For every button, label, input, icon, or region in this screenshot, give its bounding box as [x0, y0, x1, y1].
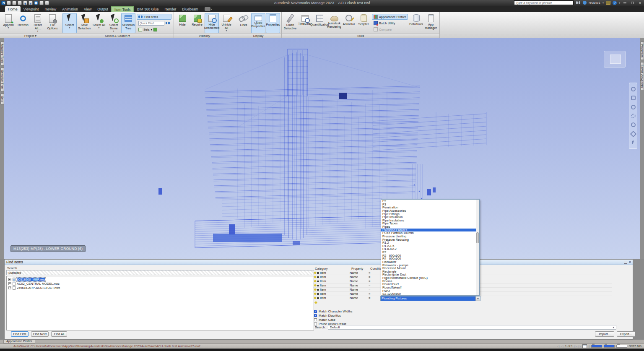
checkbox-icon[interactable]: [314, 318, 317, 321]
infocenter-search-icon[interactable]: [576, 1, 581, 5]
walk-icon[interactable]: [630, 130, 636, 137]
expand-icon[interactable]: [8, 282, 11, 285]
steering-wheel-icon[interactable]: [631, 87, 636, 91]
record-icon[interactable]: [205, 7, 210, 11]
viewcube[interactable]: [604, 51, 626, 68]
ribbon-button[interactable]: File Options: [45, 13, 60, 33]
account-icon[interactable]: [583, 1, 587, 5]
dropdown-item[interactable]: Pipe Types: [381, 222, 479, 225]
new-criteria-star-icon[interactable]: [314, 301, 317, 304]
redo-icon[interactable]: [29, 1, 33, 5]
ribbon-button[interactable]: Require: [190, 13, 204, 33]
ribbon-tab[interactable]: Bluebeam: [179, 6, 201, 12]
ribbon-button[interactable]: Refresh: [16, 13, 30, 33]
dropdown-item[interactable]: R1.8-R2.2: [381, 247, 479, 251]
record-dropdown-icon[interactable]: ▾: [211, 8, 212, 12]
ribbon-tab[interactable]: Item Tools: [111, 6, 134, 12]
dropdown-item[interactable]: RoundTakeoff: [381, 286, 479, 289]
find-first-button[interactable]: Find First: [11, 331, 29, 337]
select-tool-icon[interactable]: [39, 1, 44, 5]
ribbon-button[interactable]: App Manager: [424, 13, 438, 33]
pan-icon[interactable]: [631, 96, 636, 100]
minimize-button[interactable]: [622, 0, 628, 5]
ribbon-button[interactable]: Unhide All ▾: [219, 13, 234, 33]
qat-menu-icon[interactable]: [45, 1, 49, 5]
ribbon-small-button[interactable]: Compare: [372, 26, 408, 32]
group-label-project[interactable]: Project ▾: [0, 33, 61, 38]
ribbon-button[interactable]: Append ▾: [1, 13, 16, 33]
export-button[interactable]: Export...: [617, 331, 635, 337]
ribbon-button[interactable]: Quantification: [312, 13, 327, 33]
scrollbar-thumb[interactable]: [476, 232, 479, 243]
ribbon-tab[interactable]: View: [81, 6, 94, 12]
chevron-down-icon[interactable]: ▾: [613, 326, 614, 329]
ribbon-button[interactable]: Select ▾: [62, 13, 77, 33]
checkbox-icon[interactable]: [314, 314, 317, 317]
last-sheet-icon[interactable]: ▷: [579, 345, 581, 348]
ribbon-button[interactable]: Links: [236, 13, 251, 33]
dock-tab[interactable]: Sets: [0, 94, 4, 104]
tree-item[interactable]: 249616-ARP-ACU-STUCT.nwc: [7, 286, 314, 290]
ribbon-tab[interactable]: Home: [5, 6, 21, 12]
dropdown-item[interactable]: Rigid Nonmetallic Conduit (RNC): [381, 276, 479, 280]
ribbon-button[interactable]: Animator: [342, 13, 356, 33]
find-items-button[interactable]: Find Items: [137, 14, 171, 20]
ribbon-button[interactable]: Hide: [175, 13, 190, 33]
help-dropdown-icon[interactable]: ▾: [619, 1, 620, 4]
viewport-3d[interactable]: M13(253)-MP(28) : LOWER GROUND (6): [4, 38, 640, 259]
dock-tab[interactable]: Measure Tools: [0, 42, 4, 65]
ribbon-button[interactable]: Properties: [266, 13, 280, 33]
expand-icon[interactable]: [8, 278, 11, 281]
select-arrow-icon[interactable]: [631, 140, 635, 145]
store-icon[interactable]: [606, 1, 610, 5]
open-icon[interactable]: [7, 1, 11, 5]
ribbon-button[interactable]: Select Same ▾: [106, 13, 121, 33]
appearance-profiler-tab[interactable]: Appearance Profiler: [3, 340, 35, 343]
dropdown-item[interactable]: P2: [381, 200, 479, 203]
dropdown-item[interactable]: S2-1200x500: [381, 292, 479, 296]
ribbon-small-button[interactable]: Batch Utility: [372, 20, 408, 26]
ribbon-button[interactable]: Quick Properties: [251, 13, 265, 33]
ribbon-tab[interactable]: Viewpoint: [21, 6, 42, 12]
quick-find-icon[interactable]: [166, 21, 170, 25]
option-checkbox[interactable]: Match Case: [314, 317, 352, 322]
refresh-qat-icon[interactable]: [34, 1, 38, 5]
quick-find-input[interactable]: [138, 21, 164, 26]
ribbon-button[interactable]: Hide Unselected: [205, 13, 219, 33]
ribbon-button[interactable]: Selection Tree: [121, 13, 135, 33]
column-header-category[interactable]: Category: [315, 267, 327, 270]
save-icon[interactable]: [12, 1, 16, 5]
tree-item[interactable]: 60519200_MEP.nwc: [7, 277, 314, 281]
ribbon-tab[interactable]: Review: [42, 6, 59, 12]
manage-sets-icon[interactable]: [153, 28, 157, 31]
app-logo-icon[interactable]: [1, 1, 5, 5]
ribbon-button[interactable]: Clash Detective: [283, 13, 297, 33]
sets-dropdown[interactable]: Sets ▾: [137, 26, 171, 32]
model-wireframe[interactable]: [4, 38, 640, 259]
value-combo-dropdown-icon[interactable]: ▼: [475, 296, 480, 301]
find-items-titlebar[interactable]: Find Items ×: [5, 260, 633, 265]
dropdown-item[interactable]: Pressure Reducing: [381, 238, 479, 242]
expand-icon[interactable]: [8, 286, 11, 289]
dock-tab[interactable]: Selection Tree: [0, 68, 4, 91]
ribbon-tab[interactable]: BIM 360 Glue: [134, 6, 161, 12]
import-button[interactable]: Import...: [595, 331, 614, 337]
float-panel-icon[interactable]: [624, 261, 627, 264]
undo-icon[interactable]: [23, 1, 27, 5]
checkbox-icon[interactable]: [314, 310, 317, 313]
value-combo-text[interactable]: Plumbing Fixtures: [381, 296, 475, 301]
account-dropdown-icon[interactable]: ▾: [602, 1, 604, 4]
ribbon-button[interactable]: Autodesk Rendering: [327, 13, 341, 33]
next-sheet-icon[interactable]: ▷: [574, 345, 576, 348]
dropdown-item[interactable]: R1.2: [381, 241, 479, 244]
prev-sheet-icon[interactable]: ◁: [561, 345, 563, 348]
ribbon-button[interactable]: DataTools: [409, 13, 423, 33]
dropdown-scrollbar[interactable]: [476, 200, 479, 295]
zoom-icon[interactable]: [631, 105, 636, 109]
close-button[interactable]: ×: [637, 0, 643, 5]
column-header-property[interactable]: Property: [351, 267, 363, 270]
ribbon-tab[interactable]: Render: [161, 6, 179, 12]
dock-tab[interactable]: Saved Viewpoints: [640, 62, 644, 91]
option-checkbox[interactable]: Match Character Widths: [314, 309, 352, 313]
help-icon[interactable]: ?: [613, 1, 617, 5]
